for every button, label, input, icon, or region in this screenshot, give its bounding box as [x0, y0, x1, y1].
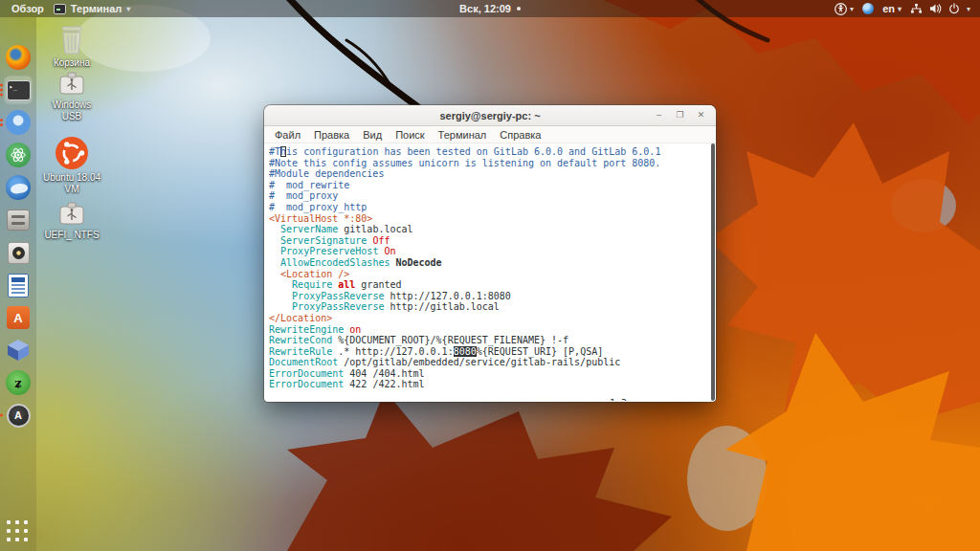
terminal-line: ProxyPassReverse http://127.0.0.1:8080: [269, 291, 716, 302]
desktop: Обзор Терминал ▾ Вск, 12:09 ▾ en: [0, 0, 980, 551]
terminal-window: sergiy@sergiy-pc: ~ – ❐ ✕ Файл Правка Ви…: [264, 105, 716, 402]
ubuntu-software-icon: A: [7, 306, 30, 329]
dock-item-chromium[interactable]: [5, 109, 32, 136]
power-icon: [948, 3, 960, 14]
desktop-icon-windows-usb[interactable]: Windows USB: [42, 71, 101, 122]
accessibility-menu[interactable]: ▾: [835, 3, 854, 15]
chevron-down-icon: ▾: [850, 5, 854, 13]
desktop-icon-label: Windows USB: [42, 99, 101, 122]
dock: ▸_ A ʑ A: [0, 17, 36, 551]
terminal-line: RewriteRule .* http://127.0.0.1:8080%{RE…: [269, 346, 716, 358]
running-indicator: [0, 414, 3, 417]
window-title: sergiy@sergiy-pc: ~: [264, 110, 716, 121]
terminal-line: #This configuration has been tested on G…: [269, 146, 716, 158]
firefox-icon: [6, 45, 31, 70]
file-cabinet-icon: [7, 209, 30, 231]
terminal-scrollbar[interactable]: [711, 143, 715, 401]
chevron-down-icon: ▾: [967, 5, 970, 13]
terminal-line: ServerName gitlab.local: [269, 224, 716, 235]
terminal-line: RewriteEngine on: [269, 324, 716, 336]
terminal-line: #Module dependencies: [269, 168, 716, 180]
vim-ruler: 1,3: [610, 398, 627, 401]
atom-icon: [6, 143, 31, 167]
dock-item-libreoffice-writer[interactable]: [5, 272, 32, 298]
thunderbird-icon: [6, 175, 31, 200]
terminal-line: ServerSignature Off: [269, 235, 716, 247]
desktop-icon-trash[interactable]: Корзина: [42, 25, 101, 69]
terminal-line: ProxyPreserveHost On: [269, 246, 716, 257]
language-menu[interactable]: en ▾: [882, 3, 902, 14]
terminal-line: <Location />: [269, 269, 716, 280]
terminal-line: ProxyPassReverse http://gitlab.local: [269, 301, 716, 313]
vim-statusline: 1,3 Наверху: [269, 386, 708, 398]
dock-item-backup-tool[interactable]: A: [5, 402, 32, 429]
terminal-line: # mod_proxy: [269, 190, 716, 202]
clock[interactable]: Вск, 12:09: [459, 3, 511, 14]
usb-drive-icon: [42, 71, 101, 98]
maximize-button[interactable]: ❐: [674, 109, 686, 121]
desktop-icon-label: Ubuntu 18.04 VM: [42, 172, 101, 195]
backup-tool-icon: A: [7, 404, 31, 428]
trash-icon: [42, 25, 101, 55]
vim-buffer: #This configuration has been tested on G…: [269, 146, 716, 390]
window-titlebar[interactable]: sergiy@sergiy-pc: ~ – ❐ ✕: [264, 105, 716, 126]
writer-icon: [8, 274, 29, 298]
terminal-mini-icon: [54, 4, 66, 14]
menu-search[interactable]: Поиск: [389, 129, 431, 141]
volume-icon: [929, 3, 942, 14]
terminal-line: AllowEncodedSlashes NoDecode: [269, 257, 716, 269]
dock-item-green-app[interactable]: ʑ: [5, 369, 32, 396]
menu-view[interactable]: Вид: [356, 129, 389, 141]
dock-item-speaker[interactable]: [5, 239, 32, 266]
accessibility-icon: [835, 3, 847, 15]
virtualbox-icon: [6, 338, 31, 363]
ubuntu-logo-icon: [42, 136, 101, 170]
menu-terminal[interactable]: Терминал: [432, 129, 494, 141]
notification-dot: [517, 7, 521, 11]
dock-item-virtualbox[interactable]: [5, 337, 32, 364]
chromium-icon: [6, 110, 31, 135]
language-label: en: [882, 3, 895, 14]
green-app-icon: ʑ: [6, 370, 31, 395]
blue-app-indicator-icon[interactable]: [862, 3, 874, 14]
terminal-line: DocumentRoot /opt/gitlab/embedded/servic…: [269, 357, 716, 368]
dock-item-terminal[interactable]: ▸_: [5, 77, 32, 103]
chevron-down-icon: ▾: [126, 5, 130, 13]
terminal-line: <VirtualHost *:80>: [269, 213, 716, 225]
terminal-content[interactable]: #This configuration has been tested on G…: [264, 143, 716, 401]
window-menubar: Файл Правка Вид Поиск Терминал Справка: [264, 126, 716, 143]
speaker-icon: [8, 242, 30, 264]
terminal-line: ErrorDocument 404 /404.html: [269, 368, 716, 380]
terminal-icon: ▸_: [7, 80, 31, 100]
show-applications-button[interactable]: [7, 520, 30, 543]
menu-file[interactable]: Файл: [268, 129, 307, 141]
terminal-line: RewriteCond %{DOCUMENT_ROOT}/%{REQUEST_F…: [269, 335, 716, 346]
menu-help[interactable]: Справка: [493, 129, 547, 141]
dock-item-file-cabinet[interactable]: [5, 207, 32, 233]
app-menu-terminal[interactable]: Терминал ▾: [54, 3, 131, 14]
dock-item-atom[interactable]: [5, 142, 32, 168]
desktop-icon-uefi-ntfs[interactable]: UEFI_ NTFS: [42, 201, 101, 241]
minimize-button[interactable]: –: [653, 109, 665, 121]
running-indicator: [0, 84, 3, 97]
dock-item-thunderbird[interactable]: [5, 174, 32, 201]
running-indicator: [0, 119, 3, 126]
dock-item-firefox[interactable]: [5, 44, 32, 71]
terminal-line: # mod_proxy_http: [269, 202, 716, 213]
chevron-down-icon: ▾: [898, 5, 902, 13]
gnome-top-bar: Обзор Терминал ▾ Вск, 12:09 ▾ en: [0, 0, 980, 17]
desktop-icon-label: UEFI_ NTFS: [42, 230, 101, 241]
system-menu[interactable]: ▾: [910, 3, 970, 14]
usb-drive-icon: [42, 201, 101, 228]
activities-button[interactable]: Обзор: [11, 3, 44, 14]
terminal-line: #Note this config assumes unicorn is lis…: [269, 158, 716, 169]
close-button[interactable]: ✕: [695, 109, 707, 121]
desktop-icon-ubuntu-vm[interactable]: Ubuntu 18.04 VM: [42, 136, 101, 195]
dock-item-ubuntu-software[interactable]: A: [5, 304, 32, 331]
network-icon: [910, 3, 923, 14]
app-menu-label: Терминал: [71, 3, 122, 14]
menu-edit[interactable]: Правка: [307, 129, 356, 141]
terminal-line: </Location>: [269, 313, 716, 324]
terminal-line: # mod_rewrite: [269, 180, 716, 191]
terminal-line: Require all granted: [269, 279, 716, 291]
